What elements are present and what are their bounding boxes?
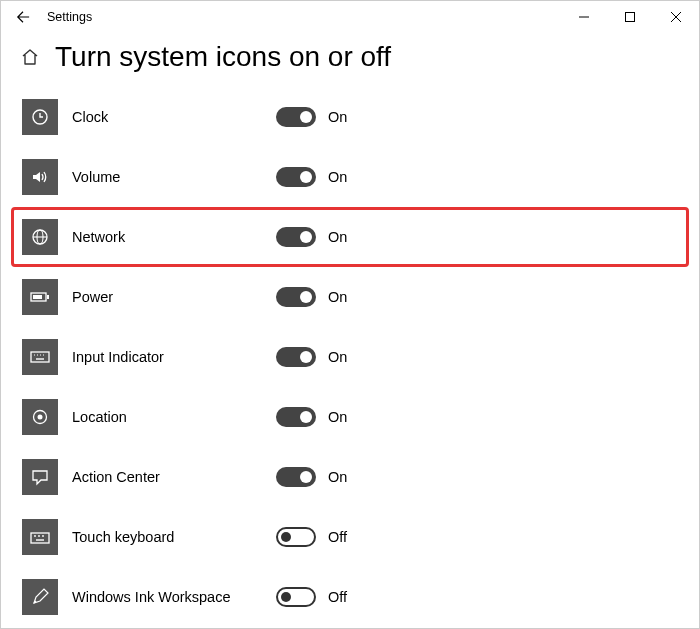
setting-row-input-indicator: Input IndicatorOn	[11, 327, 689, 387]
svg-point-21	[34, 535, 36, 537]
setting-row-touch-keyboard: Touch keyboardOff	[11, 507, 689, 567]
svg-rect-19	[31, 533, 49, 543]
message-icon	[22, 459, 58, 495]
toggle-thumb	[300, 111, 312, 123]
toggle-thumb	[300, 171, 312, 183]
setting-label: Volume	[72, 169, 272, 185]
home-icon	[20, 47, 40, 67]
toggle-state-label: On	[328, 229, 347, 245]
svg-rect-10	[33, 295, 42, 299]
list-item: Touch keyboardOff	[22, 514, 678, 560]
list-item: PowerOn	[22, 274, 678, 320]
toggle-action-center[interactable]	[276, 467, 316, 487]
close-icon	[671, 12, 681, 22]
toggle-state-label: On	[328, 409, 347, 425]
svg-point-23	[42, 535, 44, 537]
setting-label: Network	[72, 229, 272, 245]
list-item: LocationOn	[22, 394, 678, 440]
setting-row-power: PowerOn	[11, 267, 689, 327]
setting-label: Touch keyboard	[72, 529, 272, 545]
minimize-button[interactable]	[561, 2, 607, 32]
setting-label: Location	[72, 409, 272, 425]
svg-point-22	[38, 535, 40, 537]
globe-icon	[22, 219, 58, 255]
list-item: Action CenterOn	[22, 454, 678, 500]
toggle-area: On	[276, 467, 347, 487]
maximize-icon	[625, 12, 635, 22]
setting-label: Windows Ink Workspace	[72, 589, 272, 605]
titlebar: Settings	[1, 1, 699, 33]
pen-icon	[22, 579, 58, 615]
page-header: Turn system icons on or off	[1, 33, 699, 87]
toggle-touch-keyboard[interactable]	[276, 527, 316, 547]
touchkb-icon	[22, 519, 58, 555]
toggle-input-indicator[interactable]	[276, 347, 316, 367]
toggle-state-label: Off	[328, 529, 347, 545]
toggle-power[interactable]	[276, 287, 316, 307]
toggle-area: On	[276, 407, 347, 427]
list-item: VolumeOn	[22, 154, 678, 200]
toggle-location[interactable]	[276, 407, 316, 427]
window-title: Settings	[47, 10, 92, 24]
toggle-area: On	[276, 227, 347, 247]
toggle-clock[interactable]	[276, 107, 316, 127]
toggle-area: On	[276, 287, 347, 307]
home-button[interactable]	[19, 46, 41, 68]
toggle-thumb	[300, 471, 312, 483]
toggle-network[interactable]	[276, 227, 316, 247]
toggle-thumb	[300, 351, 312, 363]
toggle-area: On	[276, 107, 347, 127]
page-title: Turn system icons on or off	[55, 41, 391, 73]
svg-rect-11	[31, 352, 49, 362]
setting-row-action-center: Action CenterOn	[11, 447, 689, 507]
setting-label: Input Indicator	[72, 349, 272, 365]
toggle-state-label: On	[328, 469, 347, 485]
toggle-state-label: On	[328, 349, 347, 365]
maximize-button[interactable]	[607, 2, 653, 32]
back-button[interactable]	[9, 3, 37, 31]
setting-label: Power	[72, 289, 272, 305]
setting-row-location: LocationOn	[11, 387, 689, 447]
setting-row-ink-workspace: Windows Ink WorkspaceOff	[11, 567, 689, 627]
toggle-state-label: Off	[328, 589, 347, 605]
setting-row-network: NetworkOn	[11, 207, 689, 267]
svg-rect-1	[626, 13, 635, 22]
toggle-area: On	[276, 347, 347, 367]
clock-icon	[22, 99, 58, 135]
toggle-thumb	[300, 411, 312, 423]
svg-rect-9	[47, 295, 49, 299]
list-item: Input IndicatorOn	[22, 334, 678, 380]
minimize-icon	[579, 12, 589, 22]
toggle-area: Off	[276, 587, 347, 607]
list-item: Windows Ink WorkspaceOff	[22, 574, 678, 620]
toggle-thumb	[300, 291, 312, 303]
toggle-thumb	[281, 592, 291, 602]
svg-point-18	[38, 415, 43, 420]
toggle-area: On	[276, 167, 347, 187]
toggle-state-label: On	[328, 109, 347, 125]
toggle-volume[interactable]	[276, 167, 316, 187]
toggle-thumb	[281, 532, 291, 542]
window-controls	[561, 2, 699, 32]
setting-label: Action Center	[72, 469, 272, 485]
keyboard-icon	[22, 339, 58, 375]
back-arrow-icon	[16, 10, 30, 24]
close-button[interactable]	[653, 2, 699, 32]
settings-list: ClockOnVolumeOnNetworkOnPowerOnInput Ind…	[1, 87, 699, 629]
setting-row-clock: ClockOn	[11, 87, 689, 147]
list-item: NetworkOn	[22, 214, 678, 260]
battery-icon	[22, 279, 58, 315]
target-icon	[22, 399, 58, 435]
setting-row-volume: VolumeOn	[11, 147, 689, 207]
setting-label: Clock	[72, 109, 272, 125]
toggle-area: Off	[276, 527, 347, 547]
list-item: ClockOn	[22, 94, 678, 140]
toggle-ink-workspace[interactable]	[276, 587, 316, 607]
toggle-state-label: On	[328, 289, 347, 305]
toggle-state-label: On	[328, 169, 347, 185]
volume-icon	[22, 159, 58, 195]
toggle-thumb	[300, 231, 312, 243]
